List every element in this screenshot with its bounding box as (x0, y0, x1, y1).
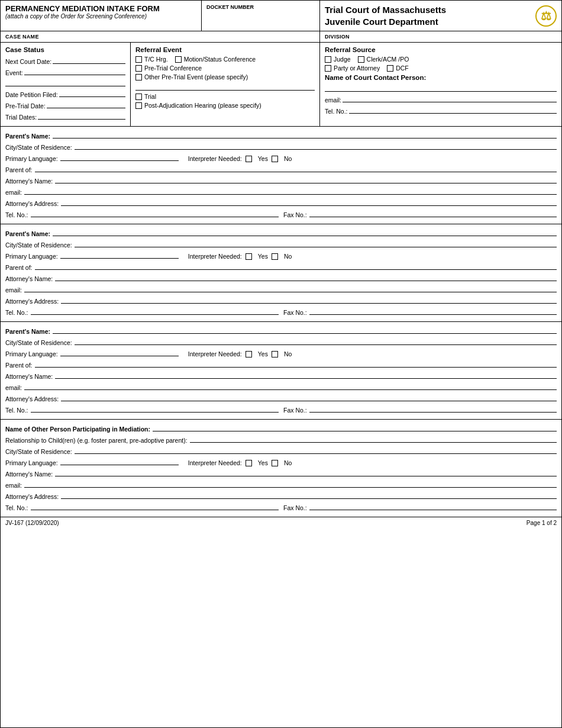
parent1-lang-line[interactable] (60, 153, 179, 161)
parent1-name-line[interactable] (53, 130, 557, 138)
parent3-parentof-row: Parent of: (5, 359, 557, 369)
parent3-email-line[interactable] (24, 382, 557, 390)
case-status-col: Case Status Next Court Date: Event: Date… (1, 43, 131, 126)
parent1-interpreter-group: Interpreter Needed: Yes No (188, 155, 292, 162)
other-relationship-row: Relationship to Child(ren) (e.g. foster … (5, 434, 557, 444)
tc-hrg-label: T/C Hrg. (144, 56, 168, 63)
parent3-no-checkbox[interactable] (272, 351, 278, 357)
party-atty-checkbox[interactable] (325, 65, 331, 72)
parent3-attyaddr-line[interactable] (61, 393, 557, 401)
contact-email-label: email: (325, 96, 341, 104)
parent3-attyaddr-label: Attorney's Address: (5, 395, 59, 402)
tc-hrg-row: T/C Hrg. Motion/Status Conference (135, 56, 315, 63)
parent3-fax-line[interactable] (309, 404, 557, 413)
other-email-line[interactable] (24, 479, 557, 488)
next-court-date-label: Next Court Date: (5, 58, 51, 65)
parent1-parentof-line[interactable] (35, 164, 557, 172)
parent2-parentof-line[interactable] (35, 262, 557, 270)
case-name-label: CASE NAME (5, 34, 315, 40)
parent3-lang-line[interactable] (60, 348, 179, 356)
footer-row: JV-167 (12/09/2020) Page 1 of 2 (1, 517, 561, 529)
parent3-tel-line[interactable] (31, 404, 279, 413)
other-pretrial-line[interactable] (135, 82, 315, 91)
parent1-attyname-line[interactable] (55, 175, 557, 183)
parent2-tel-line[interactable] (31, 307, 279, 315)
judge-checkbox[interactable] (325, 56, 331, 63)
clerk-checkbox[interactable] (358, 56, 364, 63)
parent2-attyname-label: Attorney's Name: (5, 275, 53, 282)
parent3-city-row: City/State of Residence: (5, 337, 557, 346)
parent1-email-line[interactable] (24, 186, 557, 195)
other-lang-line[interactable] (60, 457, 179, 465)
parent2-lang-line[interactable] (60, 250, 179, 259)
parent1-no-checkbox[interactable] (272, 156, 278, 162)
other-fax-line[interactable] (309, 502, 557, 510)
contact-name-line[interactable] (325, 83, 557, 92)
trial-row: Trial (135, 93, 315, 100)
parent2-email-line[interactable] (24, 284, 557, 292)
parent1-yes-checkbox[interactable] (246, 156, 252, 162)
parent3-attyname-label: Attorney's Name: (5, 373, 53, 380)
court-name-line2: Juvenile Court Department (325, 16, 446, 28)
other-relationship-line[interactable] (190, 434, 557, 443)
parent3-name-line[interactable] (53, 326, 557, 334)
referral-event-col: Referral Event T/C Hrg. Motion/Status Co… (131, 43, 320, 126)
parent1-tel-fax-row: Tel. No.: Fax No.: (5, 209, 557, 218)
parent1-tel-line[interactable] (31, 209, 279, 217)
contact-email-line[interactable] (343, 94, 557, 102)
parent2-name-line[interactable] (53, 228, 557, 236)
parent3-city-line[interactable] (75, 337, 557, 345)
dcf-checkbox[interactable] (387, 65, 393, 72)
other-pretrial-checkbox[interactable] (135, 74, 142, 80)
parent1-name-row: Parent's Name: (5, 130, 557, 140)
judge-label: Judge (334, 56, 351, 63)
other-tel-fax-row: Tel. No.: Fax No.: (5, 502, 557, 511)
pretrial-conf-row: Pre-Trial Conference (135, 65, 315, 72)
date-petition-line[interactable] (59, 89, 125, 97)
parent3-email-label: email: (5, 384, 22, 391)
parent2-city-line[interactable] (75, 239, 557, 247)
parent2-name-label: Parent's Name: (5, 230, 50, 237)
parent3-attyname-line[interactable] (55, 371, 557, 379)
other-name-line[interactable] (153, 423, 557, 431)
motion-status-checkbox[interactable] (175, 56, 182, 63)
other-yes-checkbox[interactable] (246, 460, 252, 466)
next-court-date-line[interactable] (53, 56, 125, 64)
other-attyname-label: Attorney's Name: (5, 471, 53, 478)
parent3-section: Parent's Name: City/State of Residence: … (1, 322, 561, 420)
parent2-no-checkbox[interactable] (272, 253, 278, 260)
form-title-block: PERMANENCY MEDIATION INTAKE FORM (attach… (1, 1, 202, 31)
parent3-yes-checkbox[interactable] (246, 351, 252, 357)
other-attyaddr-line[interactable] (61, 491, 557, 499)
parent3-city-label: City/State of Residence: (5, 339, 72, 346)
docket-label: DOCKET NUMBER (206, 4, 315, 10)
form-main-title: PERMANENCY MEDIATION INTAKE FORM (5, 4, 196, 13)
parent1-tel-label: Tel. No.: (5, 211, 28, 218)
parent2-tel-fax-row: Tel. No.: Fax No.: (5, 307, 557, 316)
trial-checkbox[interactable] (135, 94, 142, 100)
post-adj-checkbox[interactable] (135, 102, 142, 109)
parent2-yes-checkbox[interactable] (246, 253, 252, 260)
parent2-attyaddr-line[interactable] (61, 295, 557, 304)
other-no-checkbox[interactable] (272, 460, 278, 466)
parent2-fax-label: Fax No.: (283, 309, 307, 316)
tc-hrg-checkbox[interactable] (135, 56, 142, 63)
contact-tel-line[interactable] (349, 105, 557, 114)
pretrial-date-line[interactable] (47, 100, 125, 108)
parent1-fax-line[interactable] (309, 209, 557, 217)
event-line[interactable] (24, 67, 125, 75)
trial-dates-line[interactable] (38, 111, 125, 120)
other-fax-field: Fax No.: (283, 502, 557, 511)
parent3-parentof-line[interactable] (35, 359, 557, 368)
other-tel-line[interactable] (31, 502, 279, 510)
parent1-no-label: No (284, 155, 292, 162)
parent1-city-line[interactable] (75, 141, 557, 150)
header-row: PERMANENCY MEDIATION INTAKE FORM (attach… (1, 1, 561, 31)
parent2-fax-line[interactable] (309, 307, 557, 315)
pretrial-conf-checkbox[interactable] (135, 65, 142, 72)
other-attyname-line[interactable] (55, 468, 557, 476)
parent2-attyname-line[interactable] (55, 273, 557, 281)
parent1-attyaddr-line[interactable] (61, 198, 557, 206)
other-city-line[interactable] (75, 446, 557, 454)
parent3-interpreter-label: Interpreter Needed: (188, 350, 242, 357)
